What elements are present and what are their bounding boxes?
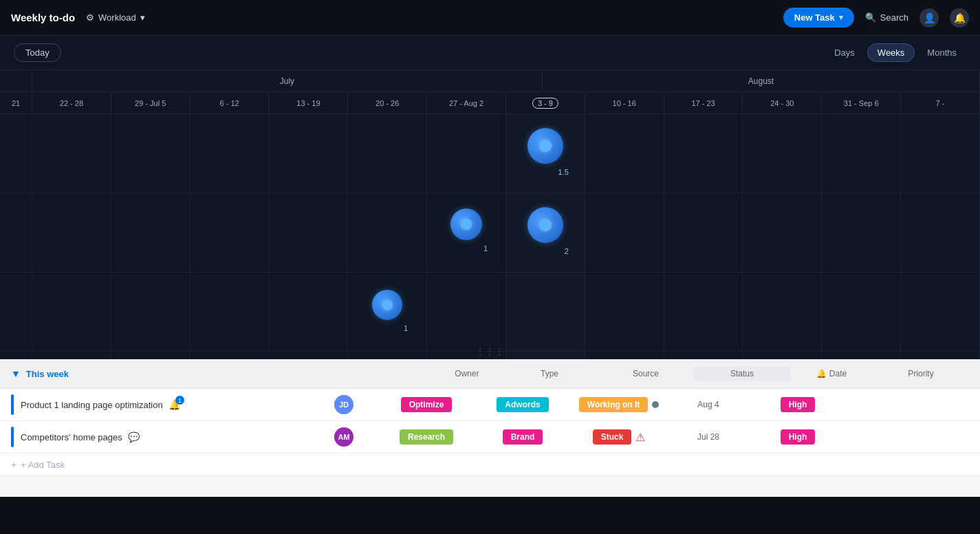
today-button[interactable]: Today bbox=[14, 43, 61, 62]
cell bbox=[901, 193, 980, 272]
comment-icon[interactable]: 💬 bbox=[128, 431, 140, 442]
cell bbox=[427, 114, 506, 193]
cell bbox=[822, 193, 901, 272]
badge-number: 1 bbox=[175, 396, 184, 405]
add-task-row[interactable]: + + Add Task bbox=[0, 453, 980, 476]
owner-cell: AM bbox=[309, 427, 378, 447]
view-weeks-button[interactable]: Weeks bbox=[867, 43, 915, 62]
bubble-row1-col7: 1.5 bbox=[527, 128, 563, 164]
bubble-row2-col6: 1 bbox=[450, 209, 482, 240]
task-date: Aug 4 bbox=[697, 400, 719, 409]
task-name: Product 1 landing page optimization bbox=[21, 400, 163, 410]
nav-left: Weekly to-do ⚙ Workload ▾ bbox=[11, 12, 145, 23]
alert-icon: ⚠ bbox=[635, 431, 645, 444]
task-row: Competitors' home pages 💬 AM Research Br… bbox=[0, 421, 980, 453]
nav-right: New Task ▾ 🔍 Search 👤 🔔 bbox=[783, 8, 969, 28]
workload-bubble bbox=[527, 128, 563, 164]
cell bbox=[269, 114, 348, 193]
cell bbox=[664, 273, 743, 351]
week-col-21: 21 bbox=[0, 92, 32, 114]
cell bbox=[743, 193, 822, 272]
week-headers: 21 22 - 28 29 - Jul 5 6 - 12 13 - 19 20 … bbox=[0, 92, 980, 114]
app-title: Weekly to-do bbox=[11, 12, 75, 23]
cell-current-row4 bbox=[506, 352, 585, 359]
week-col-6-12: 6 - 12 bbox=[190, 92, 270, 114]
cell bbox=[111, 193, 190, 272]
notifications-icon[interactable]: 🔔 bbox=[950, 8, 969, 28]
task-bar bbox=[11, 427, 14, 447]
week-col-24-30: 24 - 30 bbox=[743, 92, 822, 114]
task-name-cell: Product 1 landing page optimization 🔔 1 bbox=[21, 399, 309, 410]
bubble-label: 2 bbox=[565, 247, 569, 255]
cell bbox=[901, 114, 980, 193]
workload-bubble bbox=[450, 209, 482, 240]
cell bbox=[822, 273, 901, 351]
priority-cell: High bbox=[750, 397, 846, 412]
col-owner-label: Owner bbox=[433, 369, 501, 378]
week-col-13-19: 13 - 19 bbox=[269, 92, 348, 114]
bubble-inner bbox=[382, 300, 393, 310]
user-avatar[interactable]: 👤 bbox=[919, 8, 939, 28]
week-col-22-28: 22 - 28 bbox=[32, 92, 111, 114]
cell bbox=[348, 193, 427, 272]
status-cell: Stuck ⚠ bbox=[571, 429, 667, 445]
cell bbox=[743, 273, 822, 351]
cell bbox=[0, 193, 32, 272]
section-title: This week bbox=[26, 369, 230, 379]
cell bbox=[585, 273, 664, 351]
section-toggle[interactable]: ▼ bbox=[11, 368, 21, 379]
drag-handle[interactable]: ⋮⋮⋮ bbox=[476, 347, 505, 356]
cell bbox=[664, 114, 743, 193]
view-days-button[interactable]: Days bbox=[825, 44, 864, 61]
new-task-button[interactable]: New Task ▾ bbox=[783, 8, 854, 28]
task-name: Competitors' home pages bbox=[21, 432, 122, 442]
cell bbox=[0, 114, 32, 193]
cell-current-row1: 1.5 bbox=[506, 114, 585, 193]
july-label: July bbox=[32, 70, 543, 92]
week-col-10-16: 10 - 16 bbox=[585, 92, 664, 114]
cell bbox=[585, 193, 664, 272]
cell-current-row2: 2 bbox=[506, 193, 585, 272]
bubble-label: 1 bbox=[483, 244, 488, 253]
status-tag: Stuck bbox=[593, 429, 632, 445]
cell bbox=[743, 352, 822, 359]
cell bbox=[32, 352, 111, 359]
task-name-cell: Competitors' home pages 💬 bbox=[21, 431, 309, 442]
cell bbox=[269, 193, 348, 272]
top-navigation: Weekly to-do ⚙ Workload ▾ New Task ▾ 🔍 S… bbox=[0, 0, 980, 36]
plus-icon: + bbox=[11, 459, 17, 470]
week-col-17-23: 17 - 23 bbox=[664, 92, 743, 114]
grid-row-2: 1 2 bbox=[0, 193, 980, 273]
cell bbox=[190, 193, 270, 272]
task-row: Product 1 landing page optimization 🔔 1 … bbox=[0, 389, 980, 421]
week-col-3-9: 3 - 9 bbox=[506, 92, 585, 114]
cell bbox=[664, 193, 743, 272]
view-months-button[interactable]: Months bbox=[917, 44, 966, 61]
notification-icon[interactable]: 🔔 1 bbox=[168, 399, 180, 410]
week-col-31-6: 31 - Sep 6 bbox=[822, 92, 901, 114]
grid-row-1: 1.5 bbox=[0, 114, 980, 193]
search-button[interactable]: 🔍 Search bbox=[865, 12, 908, 23]
cell bbox=[190, 352, 270, 359]
type-cell: Research bbox=[378, 429, 475, 445]
chevron-down-icon: ▾ bbox=[140, 12, 145, 23]
owner-avatar: AM bbox=[334, 427, 353, 447]
view-toggle: Days Weeks Months bbox=[825, 43, 966, 62]
cell bbox=[743, 114, 822, 193]
month-labels: July August bbox=[0, 70, 980, 92]
week-col-7: 7 - bbox=[901, 92, 980, 114]
task-bar bbox=[11, 394, 14, 415]
cell bbox=[0, 352, 32, 359]
bubble-row3-col5: 1 bbox=[372, 290, 402, 320]
cell bbox=[190, 114, 270, 193]
workload-bubble bbox=[372, 290, 402, 320]
august-label: August bbox=[543, 70, 980, 92]
cell bbox=[427, 273, 506, 351]
source-tag: Brand bbox=[503, 429, 543, 445]
bubble-inner bbox=[539, 219, 552, 231]
status-cell: Working on It bbox=[571, 397, 667, 412]
cell bbox=[348, 114, 427, 193]
workload-button[interactable]: ⚙ Workload ▾ bbox=[86, 12, 145, 23]
chevron-down-icon: ▾ bbox=[839, 13, 843, 22]
source-tag: Adwords bbox=[497, 397, 548, 412]
